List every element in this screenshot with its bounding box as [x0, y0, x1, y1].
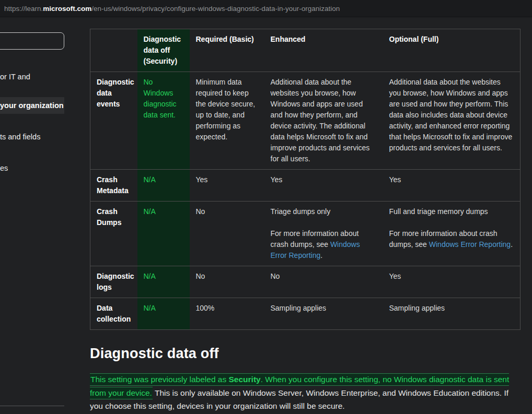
table-row: Crash Dumps N/A No Triage dumps only For… [90, 202, 521, 266]
cell-dumps-basic: No [190, 202, 264, 266]
row-label-crash-metadata: Crash Metadata [90, 170, 137, 202]
cell-events-basic: Minimum data required to keep the device… [190, 72, 264, 170]
dumps-enhanced-more: For more information about crash dumps, … [271, 228, 377, 261]
cell-metadata-enhanced: Yes [264, 170, 383, 202]
row-label-diagnostic-logs: Diagnostic logs [90, 266, 137, 298]
section-heading-diagnostic-data-off: Diagnostic data off [90, 346, 520, 362]
cell-events-enhanced: Additional data about the websites you b… [264, 72, 383, 170]
table-row: Crash Metadata N/A Yes Yes Yes [90, 170, 521, 202]
cell-logs-security: N/A [137, 266, 190, 298]
row-label-crash-dumps: Crash Dumps [90, 202, 137, 266]
highlight-bold-security: Security [229, 375, 261, 384]
cell-dumps-full: Full and triage memory dumps For more in… [383, 202, 521, 266]
url-prefix: https://learn. [4, 5, 43, 13]
sidebar-item-fragment[interactable]: ts and fields [0, 133, 40, 141]
sidebar-item-active-your-organization[interactable]: your organization [0, 97, 64, 114]
diagnostic-data-comparison-table: Diagnostic data off (Security) Required … [90, 29, 521, 330]
sidebar-item-fragment[interactable]: es [0, 164, 8, 172]
cell-logs-full: Yes [383, 266, 521, 298]
sidebar: or IT and your organization ts and field… [0, 17, 78, 414]
cell-collection-basic: 100% [190, 298, 264, 330]
browser-address-bar[interactable]: https://learn.microsoft.com/en-us/window… [0, 0, 532, 17]
sidebar-item-fragment[interactable]: or IT and [0, 73, 30, 81]
cell-metadata-full: Yes [383, 170, 521, 202]
header-required-basic: Required (Basic) [190, 29, 264, 72]
url-domain: microsoft.com [43, 5, 91, 13]
cell-dumps-security: N/A [137, 202, 190, 266]
cell-metadata-basic: Yes [190, 170, 264, 202]
cell-collection-full: Sampling applies [383, 298, 521, 330]
table-header-row: Diagnostic data off (Security) Required … [90, 29, 521, 72]
section-paragraph: This setting was previously labeled as S… [90, 373, 520, 413]
highlight-part1: This setting was previously labeled as [90, 375, 229, 384]
cell-logs-enhanced: No [264, 266, 383, 298]
table-row: Diagnostic logs N/A No No Yes [90, 266, 521, 298]
sidebar-search-input[interactable] [0, 32, 64, 50]
cell-metadata-security: N/A [137, 170, 190, 202]
row-label-diagnostic-data-events: Diagnostic data events [90, 72, 137, 170]
dumps-full-more-post: . [511, 240, 513, 249]
row-label-data-collection: Data collection [90, 298, 137, 330]
cell-logs-basic: No [190, 266, 264, 298]
dumps-enhanced-text: Triage dumps only [271, 207, 331, 216]
dumps-enhanced-more-post: . [320, 251, 322, 259]
dumps-full-text: Full and triage memory dumps [389, 207, 488, 216]
header-diagnostic-data-off: Diagnostic data off (Security) [137, 29, 190, 72]
header-enhanced: Enhanced [264, 29, 383, 72]
url-path: /en-us/windows/privacy/configure-windows… [91, 5, 340, 13]
header-empty [90, 29, 137, 72]
cell-events-security: No Windows diagnostic data sent. [137, 72, 190, 170]
cell-collection-enhanced: Sampling applies [264, 298, 383, 330]
windows-error-reporting-link[interactable]: Windows Error Reporting [429, 240, 511, 249]
article-content: Diagnostic data off (Security) Required … [90, 29, 520, 413]
cell-dumps-enhanced: Triage dumps only For more information a… [264, 202, 383, 266]
sidebar-active-label: your organization [0, 101, 64, 110]
cell-collection-security: N/A [137, 298, 190, 330]
table-row: Data collection N/A 100% Sampling applie… [90, 298, 521, 330]
table-row: Diagnostic data events No Windows diagno… [90, 72, 521, 170]
sidebar-divider [0, 406, 64, 406]
header-optional-full: Optional (Full) [383, 29, 521, 72]
cell-events-full: Additional data about the websites you b… [383, 72, 521, 170]
paragraph-rest: This is only available on Windows Server… [90, 388, 508, 411]
dumps-full-more: For more information about crash dumps, … [389, 228, 514, 250]
